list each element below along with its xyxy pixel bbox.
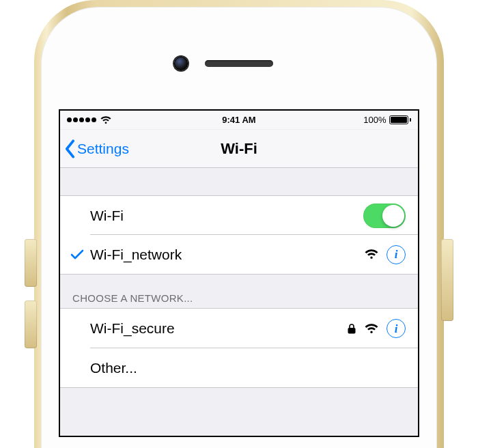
- other-label: Other...: [90, 360, 406, 376]
- power-button: [441, 239, 453, 321]
- front-camera-icon: [174, 57, 188, 70]
- connected-network-row[interactable]: Wi-Fi_network i: [60, 235, 418, 275]
- other-network-row[interactable]: Other...: [60, 348, 418, 388]
- earpiece-speaker-icon: [205, 60, 273, 67]
- battery-icon: [389, 115, 412, 124]
- wifi-toggle-label: Wi-Fi: [90, 208, 363, 224]
- connected-network-name: Wi-Fi_network: [90, 247, 365, 263]
- chevron-left-icon: [64, 139, 76, 158]
- status-bar: 9:41 AM 100%: [60, 111, 418, 130]
- checkmark-icon: [68, 249, 86, 261]
- wifi-signal-icon: [365, 324, 378, 334]
- back-label: Settings: [77, 141, 129, 157]
- network-row[interactable]: Wi-Fi_secure i: [60, 309, 418, 348]
- section-gap: [60, 168, 418, 195]
- status-time: 9:41 AM: [60, 115, 418, 125]
- toggle-knob: [382, 205, 404, 227]
- cellular-signal-icon: [67, 117, 96, 122]
- svg-rect-0: [348, 328, 356, 334]
- info-button[interactable]: i: [386, 319, 406, 338]
- nav-bar: Settings Wi-Fi: [60, 130, 418, 168]
- volume-up-button: [25, 239, 37, 287]
- network-name: Wi-Fi_secure: [90, 320, 347, 337]
- wifi-toggle-row: Wi-Fi: [60, 195, 418, 235]
- device-screen: 9:41 AM 100% Settings Wi-Fi Wi-Fi: [59, 109, 419, 437]
- volume-down-button: [25, 300, 37, 348]
- wifi-toggle[interactable]: [363, 204, 406, 228]
- choose-network-header: CHOOSE A NETWORK...: [60, 275, 418, 309]
- back-button[interactable]: Settings: [60, 139, 129, 158]
- wifi-signal-icon: [365, 249, 378, 260]
- lock-icon: [347, 323, 356, 335]
- section-gap: [60, 388, 418, 421]
- info-button[interactable]: i: [386, 245, 406, 264]
